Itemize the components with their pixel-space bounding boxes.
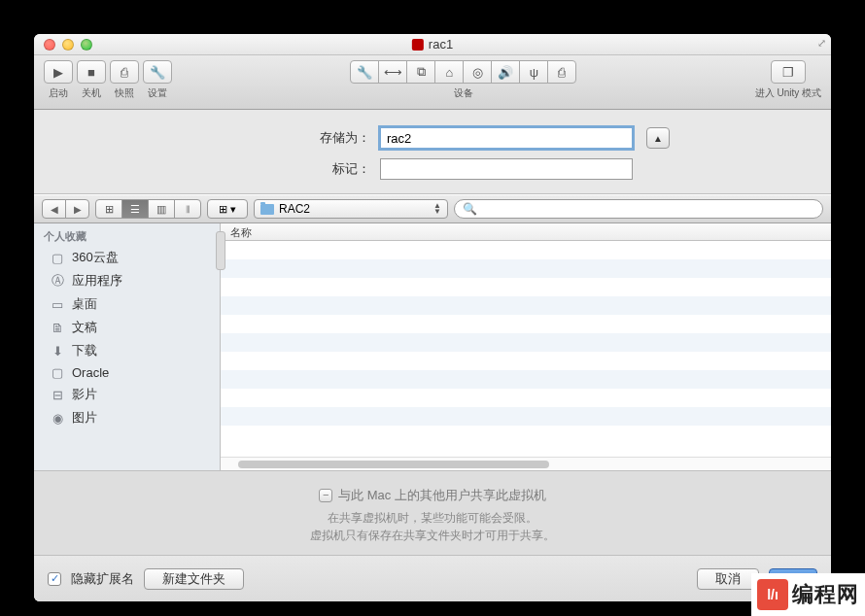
save-fields: 存储为： ▲ 标记： — [34, 110, 831, 194]
list-view-button[interactable]: ☰ — [121, 199, 149, 219]
icon-view-button[interactable]: ⊞ — [95, 199, 122, 219]
device-usb-icon[interactable]: ψ — [519, 60, 548, 84]
dialog-window: rac1 ⤢ ▶ 启动 ■ 关机 ⎙ 快照 🔧 设置 🔧 ⟷ ⧉ — [34, 34, 831, 601]
sidebar-item-pictures[interactable]: ◉图片 — [34, 406, 220, 429]
share-info-2: 虚拟机只有保存在共享文件夹时才可用于共享。 — [34, 528, 831, 544]
hide-extension-checkbox[interactable]: ✓ — [48, 572, 61, 586]
start-button[interactable]: ▶ — [44, 60, 73, 84]
folder-icon — [260, 204, 274, 215]
download-icon: ⬇ — [50, 344, 65, 358]
save-as-label: 存储为： — [195, 129, 370, 147]
share-title: 与此 Mac 上的其他用户共享此虚拟机 — [338, 487, 546, 504]
window-title-text: rac1 — [429, 37, 453, 51]
device-printer-icon[interactable]: ⎙ — [547, 60, 576, 84]
unity-label: 进入 Unity 模式 — [755, 86, 821, 100]
devices-segment: 🔧 ⟷ ⧉ ⌂ ◎ 🔊 ψ ⎙ — [350, 60, 576, 84]
folder-icon: ▢ — [50, 251, 65, 264]
close-button[interactable] — [44, 39, 55, 51]
bottom-bar: ✓ 隐藏扩展名 新建文件夹 取消 — [34, 555, 831, 601]
new-folder-button[interactable]: 新建文件夹 — [144, 568, 244, 590]
desktop-icon: ▭ — [50, 297, 65, 311]
list-row — [221, 315, 831, 333]
sidebar-item-documents[interactable]: 🗎文稿 — [34, 316, 220, 339]
hide-extension-label: 隐藏扩展名 — [71, 570, 134, 588]
main-toolbar: ▶ 启动 ■ 关机 ⎙ 快照 🔧 设置 🔧 ⟷ ⧉ ⌂ ◎ 🔊 ψ — [34, 55, 831, 110]
file-rows[interactable] — [221, 241, 831, 457]
sidebar-item-movies[interactable]: ⊟影片 — [34, 383, 220, 406]
list-row — [221, 296, 831, 315]
share-info-1: 在共享虚拟机时，某些功能可能会受限。 — [34, 510, 831, 527]
unity-button[interactable]: ❐ — [771, 60, 806, 84]
forward-button[interactable]: ▶ — [65, 199, 89, 219]
settings-button[interactable]: 🔧 — [143, 60, 172, 84]
list-row — [221, 333, 831, 352]
settings-label: 设置 — [148, 86, 167, 100]
pictures-icon: ◉ — [50, 411, 65, 425]
list-row — [221, 389, 831, 407]
window-title: rac1 — [412, 37, 453, 51]
scrollbar-thumb[interactable] — [238, 461, 549, 468]
watermark-text: 编程网 — [792, 580, 859, 609]
vm-icon — [412, 39, 424, 51]
watermark: l/ı 编程网 — [751, 573, 865, 616]
list-row — [221, 370, 831, 389]
horizontal-scrollbar[interactable] — [221, 457, 831, 470]
list-row — [221, 241, 831, 259]
folder-icon: ▢ — [50, 366, 65, 380]
coverflow-view-button[interactable]: ⦀ — [174, 199, 201, 219]
save-sheet: 存储为： ▲ 标记： ◀ ▶ ⊞ ☰ ▥ ⦀ ⊞ ▾ — [34, 110, 831, 601]
start-label: 启动 — [49, 86, 68, 100]
traffic-lights — [34, 39, 92, 51]
save-as-input[interactable] — [380, 127, 633, 149]
file-list: 名称 — [221, 223, 831, 470]
search-icon: 🔍 — [463, 202, 477, 216]
zoom-button[interactable] — [81, 39, 92, 51]
tags-input[interactable] — [380, 158, 633, 180]
column-header-name[interactable]: 名称 — [221, 223, 831, 241]
sidebar-item-desktop[interactable]: ▭桌面 — [34, 292, 220, 316]
file-browser: 个人收藏 ▢360云盘 Ⓐ应用程序 ▭桌面 🗎文稿 ⬇下载 ▢Oracle ⊟影… — [34, 223, 831, 470]
path-text: RAC2 — [279, 202, 310, 216]
sidebar-item-apps[interactable]: Ⓐ应用程序 — [34, 269, 220, 292]
list-row — [221, 352, 831, 370]
device-camera-icon[interactable]: ◎ — [463, 60, 492, 84]
devices-label: 设备 — [454, 86, 473, 100]
search-input[interactable]: 🔍 — [454, 199, 823, 219]
titlebar[interactable]: rac1 ⤢ — [34, 34, 831, 55]
watermark-logo: l/ı — [757, 579, 788, 610]
column-view-button[interactable]: ▥ — [148, 199, 175, 219]
sidebar-section-favorites: 个人收藏 — [34, 223, 220, 246]
browser-toolbar: ◀ ▶ ⊞ ☰ ▥ ⦀ ⊞ ▾ RAC2 ▲▼ 🔍 — [34, 194, 831, 223]
tags-label: 标记： — [195, 160, 370, 178]
documents-icon: 🗎 — [50, 321, 65, 334]
shutdown-label: 关机 — [82, 86, 101, 100]
sidebar-resize-handle[interactable] — [216, 231, 225, 270]
device-network-icon[interactable]: ⟷ — [378, 60, 407, 84]
apps-icon: Ⓐ — [50, 274, 65, 288]
arrange-button[interactable]: ⊞ ▾ — [207, 199, 248, 219]
popup-arrows-icon: ▲▼ — [433, 203, 441, 215]
snapshot-label: 快照 — [115, 86, 134, 100]
device-hdd-icon[interactable]: ⌂ — [434, 60, 464, 84]
snapshot-button[interactable]: ⎙ — [110, 60, 139, 84]
share-panel: − 与此 Mac 上的其他用户共享此虚拟机 在共享虚拟机时，某些功能可能会受限。… — [34, 470, 831, 555]
back-button[interactable]: ◀ — [42, 199, 66, 219]
device-bluetooth-icon[interactable]: ⧉ — [406, 60, 435, 84]
movies-icon: ⊟ — [50, 388, 65, 401]
device-tool-icon[interactable]: 🔧 — [350, 60, 379, 84]
minimize-button[interactable] — [62, 39, 74, 51]
list-row — [221, 407, 831, 426]
device-sound-icon[interactable]: 🔊 — [491, 60, 520, 84]
path-popup[interactable]: RAC2 ▲▼ — [254, 199, 448, 219]
fullscreen-icon[interactable]: ⤢ — [817, 37, 826, 50]
cancel-button[interactable]: 取消 — [697, 568, 759, 590]
sidebar[interactable]: 个人收藏 ▢360云盘 Ⓐ应用程序 ▭桌面 🗎文稿 ⬇下载 ▢Oracle ⊟影… — [34, 223, 221, 470]
shutdown-button[interactable]: ■ — [77, 60, 106, 84]
disclosure-button[interactable]: ▲ — [646, 127, 670, 149]
list-row — [221, 278, 831, 296]
list-row — [221, 259, 831, 278]
sidebar-item-oracle[interactable]: ▢Oracle — [34, 362, 220, 383]
collapse-button[interactable]: − — [319, 489, 332, 502]
sidebar-item-downloads[interactable]: ⬇下载 — [34, 339, 220, 362]
sidebar-item-360[interactable]: ▢360云盘 — [34, 246, 220, 269]
